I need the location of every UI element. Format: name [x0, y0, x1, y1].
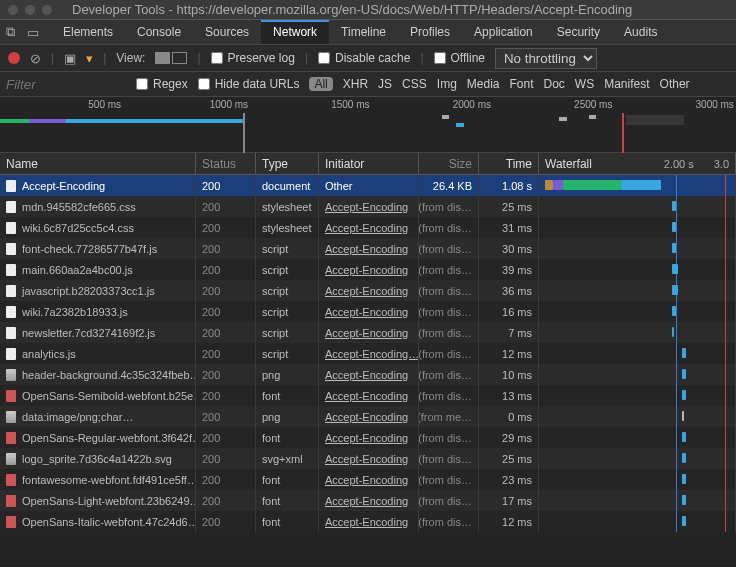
file-type-icon: [6, 411, 16, 423]
table-row[interactable]: wiki.6c87d25cc5c4.css200stylesheetAccept…: [0, 217, 736, 238]
filter-type-css[interactable]: CSS: [402, 77, 427, 91]
initiator-link[interactable]: Accept-Encoding: [325, 411, 408, 423]
header-type: Type: [256, 153, 319, 174]
tab-network[interactable]: Network: [261, 20, 329, 44]
tab-timeline[interactable]: Timeline: [329, 20, 398, 44]
initiator-link[interactable]: Accept-Encoding: [325, 327, 408, 339]
tab-elements[interactable]: Elements: [51, 20, 125, 44]
ruler-tick: 1500 ms: [331, 99, 369, 110]
tab-sources[interactable]: Sources: [193, 20, 261, 44]
filter-type-font[interactable]: Font: [510, 77, 534, 91]
view-large-icon[interactable]: [172, 52, 187, 64]
view-label: View:: [116, 51, 145, 65]
table-row[interactable]: wiki.7a2382b18933.js200scriptAccept-Enco…: [0, 301, 736, 322]
tab-application[interactable]: Application: [462, 20, 545, 44]
initiator-link[interactable]: Accept-Encoding: [325, 516, 408, 528]
size-cell: (from dis…: [419, 196, 479, 217]
file-type-icon: [6, 306, 16, 318]
type-cell: script: [256, 238, 319, 259]
view-list-icon[interactable]: [155, 52, 170, 64]
record-button[interactable]: [8, 52, 20, 64]
time-cell: 10 ms: [479, 364, 539, 385]
request-name: fontawesome-webfont.fdf491ce5ff…: [22, 474, 196, 486]
waterfall-cell: [539, 490, 736, 511]
status-cell: 200: [196, 448, 256, 469]
clear-icon[interactable]: ⊘: [30, 51, 41, 66]
offline-checkbox[interactable]: Offline: [434, 51, 485, 65]
table-row[interactable]: Accept-Encoding200documentOther26.4 KB1.…: [0, 175, 736, 196]
size-cell: (from me…: [419, 406, 479, 427]
hide-data-urls-checkbox[interactable]: Hide data URLs: [198, 77, 300, 91]
disable-cache-checkbox[interactable]: Disable cache: [318, 51, 410, 65]
status-cell: 200: [196, 322, 256, 343]
initiator-link[interactable]: Accept-Encoding: [325, 369, 408, 381]
initiator-link[interactable]: Accept-Encoding: [325, 495, 408, 507]
filter-type-img[interactable]: Img: [437, 77, 457, 91]
filter-type-ws[interactable]: WS: [575, 77, 594, 91]
initiator-link[interactable]: Accept-Encoding: [325, 285, 408, 297]
file-type-icon: [6, 180, 16, 192]
request-name: font-check.77286577b47f.js: [22, 243, 157, 255]
table-row[interactable]: logo_sprite.7d36c4a1422b.svg200svg+xmlAc…: [0, 448, 736, 469]
capture-icon[interactable]: ▣: [64, 51, 76, 66]
type-cell: stylesheet: [256, 196, 319, 217]
initiator-link[interactable]: Accept-Encoding: [325, 453, 408, 465]
device-icon[interactable]: ▭: [27, 25, 39, 40]
table-row[interactable]: OpenSans-Italic-webfont.47c24d6…200fontA…: [0, 511, 736, 532]
table-row[interactable]: OpenSans-Semibold-webfont.b25e…200fontAc…: [0, 385, 736, 406]
tab-profiles[interactable]: Profiles: [398, 20, 462, 44]
table-row[interactable]: data:image/png;char…200pngAccept-Encodin…: [0, 406, 736, 427]
tab-audits[interactable]: Audits: [612, 20, 669, 44]
filter-type-js[interactable]: JS: [378, 77, 392, 91]
overview-timeline[interactable]: 500 ms1000 ms1500 ms2000 ms2500 ms3000 m…: [0, 97, 736, 153]
close-icon[interactable]: [8, 5, 18, 15]
initiator-link[interactable]: Accept-Encoding: [325, 201, 408, 213]
throttling-select[interactable]: No throttling: [495, 48, 597, 69]
initiator-link[interactable]: Accept-Encoding: [325, 243, 408, 255]
table-row[interactable]: newsletter.7cd3274169f2.js200scriptAccep…: [0, 322, 736, 343]
table-row[interactable]: main.660aa2a4bc00.js200scriptAccept-Enco…: [0, 259, 736, 280]
time-cell: 7 ms: [479, 322, 539, 343]
ruler-tick: 1000 ms: [210, 99, 248, 110]
filter-type-xhr[interactable]: XHR: [343, 77, 368, 91]
titlebar: Developer Tools - https://developer.mozi…: [0, 0, 736, 20]
inspect-icon[interactable]: ⧉: [6, 24, 15, 40]
tab-security[interactable]: Security: [545, 20, 612, 44]
table-header[interactable]: Name Status Type Initiator Size Time Wat…: [0, 153, 736, 175]
file-type-icon: [6, 432, 16, 444]
regex-checkbox[interactable]: Regex: [136, 77, 188, 91]
table-row[interactable]: OpenSans-Regular-webfont.3f642f…200fontA…: [0, 427, 736, 448]
initiator-link[interactable]: Accept-Encoding: [325, 474, 408, 486]
initiator-link[interactable]: Accept-Encoding: [325, 222, 408, 234]
filter-type-doc[interactable]: Doc: [544, 77, 565, 91]
table-row[interactable]: javascript.b28203373cc1.js200scriptAccep…: [0, 280, 736, 301]
table-row[interactable]: fontawesome-webfont.fdf491ce5ff…200fontA…: [0, 469, 736, 490]
type-cell: script: [256, 301, 319, 322]
tab-console[interactable]: Console: [125, 20, 193, 44]
preserve-log-checkbox[interactable]: Preserve log: [211, 51, 295, 65]
size-cell: (from dis…: [419, 427, 479, 448]
status-cell: 200: [196, 511, 256, 532]
initiator-link[interactable]: Accept-Encoding…: [325, 348, 419, 360]
initiator-link[interactable]: Accept-Encoding: [325, 432, 408, 444]
filter-type-all[interactable]: All: [309, 77, 332, 91]
time-cell: 23 ms: [479, 469, 539, 490]
zoom-icon[interactable]: [42, 5, 52, 15]
table-row[interactable]: header-background.4c35c324fbeb…200pngAcc…: [0, 364, 736, 385]
size-cell: (from dis…: [419, 343, 479, 364]
filter-icon[interactable]: ▾: [86, 51, 93, 66]
table-row[interactable]: font-check.77286577b47f.js200scriptAccep…: [0, 238, 736, 259]
filter-type-media[interactable]: Media: [467, 77, 500, 91]
view-toggle[interactable]: [155, 52, 187, 64]
table-row[interactable]: analytics.js200scriptAccept-Encoding…(fr…: [0, 343, 736, 364]
initiator-link[interactable]: Accept-Encoding: [325, 390, 408, 402]
filter-type-other[interactable]: Other: [660, 77, 690, 91]
filter-input[interactable]: [6, 77, 126, 92]
initiator-link[interactable]: Accept-Encoding: [325, 306, 408, 318]
table-row[interactable]: mdn.945582cfe665.css200stylesheetAccept-…: [0, 196, 736, 217]
table-row[interactable]: OpenSans-Light-webfont.23b6249…200fontAc…: [0, 490, 736, 511]
initiator-link[interactable]: Accept-Encoding: [325, 264, 408, 276]
filter-type-manifest[interactable]: Manifest: [604, 77, 649, 91]
time-cell: 30 ms: [479, 238, 539, 259]
minimize-icon[interactable]: [25, 5, 35, 15]
